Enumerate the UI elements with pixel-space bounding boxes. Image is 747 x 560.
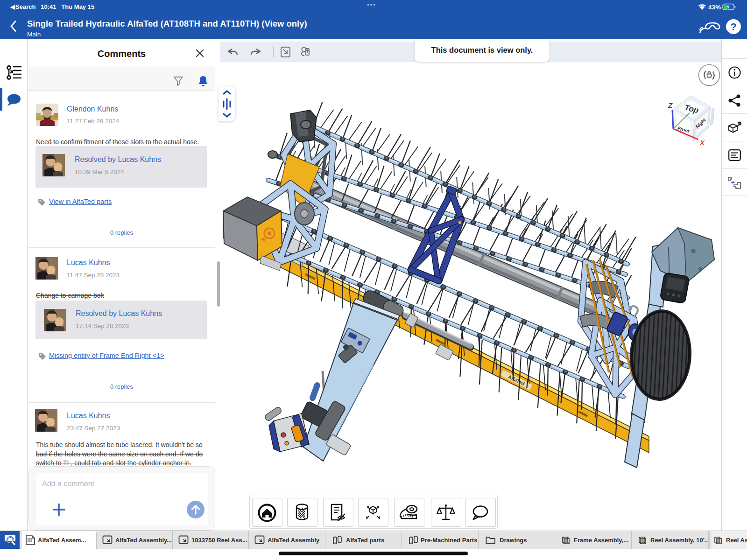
svg-text:Z: Z [668, 101, 673, 109]
svg-text:?: ? [730, 21, 736, 33]
svg-text:X: X [699, 139, 705, 147]
svg-text:new: new [731, 181, 736, 183]
svg-text:?: ? [738, 122, 740, 126]
svg-text:43%: 43% [708, 4, 721, 11]
